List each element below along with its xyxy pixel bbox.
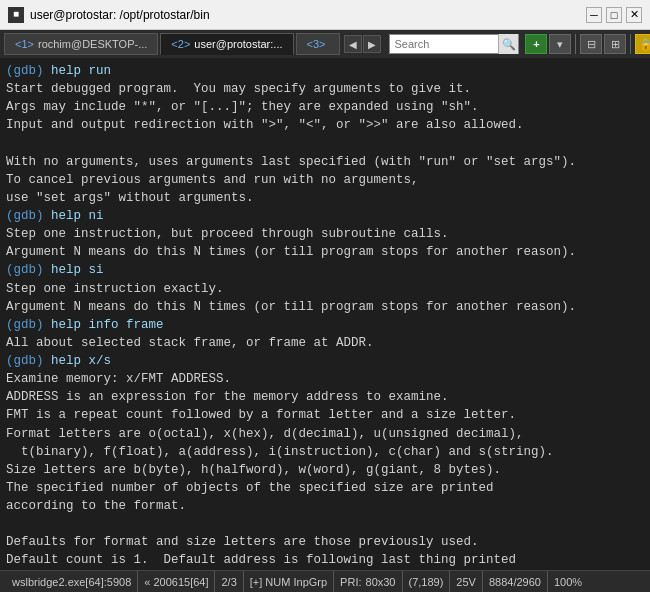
search-input[interactable] bbox=[390, 38, 498, 50]
titlebar: ■ user@protostar: /opt/protostar/bin ─ □… bbox=[0, 0, 650, 30]
status-mode: 80x30 bbox=[366, 576, 396, 588]
tabbar: <1> rochim@DESKTOP-... <2> user@protosta… bbox=[0, 30, 650, 58]
status-position: « 200615[64] bbox=[138, 571, 215, 592]
search-box: 🔍 bbox=[389, 34, 519, 54]
status-flags: [+] NUM InpGrp bbox=[244, 571, 334, 592]
tab-1-label: rochim@DESKTOP-... bbox=[38, 38, 147, 50]
tab-2-label: user@protostar:... bbox=[194, 38, 282, 50]
lock-button[interactable]: 🔒 bbox=[635, 34, 650, 54]
status-pri-label: PRI: bbox=[340, 576, 361, 588]
layout-button[interactable]: ⊟ bbox=[580, 34, 602, 54]
search-button[interactable]: 🔍 bbox=[498, 34, 518, 54]
toolbar-separator-2 bbox=[630, 34, 631, 54]
minimize-button[interactable]: ─ bbox=[586, 7, 602, 23]
tab-2[interactable]: <2> user@protostar:... bbox=[160, 33, 293, 55]
status-position-text: « 200615[64] bbox=[144, 576, 208, 588]
layout2-button[interactable]: ⊞ bbox=[604, 34, 626, 54]
toolbar-separator bbox=[575, 34, 576, 54]
tab-2-num: <2> bbox=[171, 38, 190, 50]
status-page: 2/3 bbox=[215, 571, 243, 592]
tab-navigation: ◀ ▶ bbox=[344, 35, 381, 53]
new-tab-button[interactable]: + bbox=[525, 34, 547, 54]
tab-1[interactable]: <1> rochim@DESKTOP-... bbox=[4, 33, 158, 55]
status-pri: PRI: 80x30 bbox=[334, 571, 402, 592]
tab-prev-button[interactable]: ◀ bbox=[344, 35, 362, 53]
tab-1-num: <1> bbox=[15, 38, 34, 50]
titlebar-title: user@protostar: /opt/protostar/bin bbox=[30, 8, 586, 22]
status-process: wslbridge2.exe[64]:5908 bbox=[6, 571, 138, 592]
tab-3-num: <3> bbox=[307, 38, 326, 50]
dropdown-button[interactable]: ▾ bbox=[549, 34, 571, 54]
close-button[interactable]: ✕ bbox=[626, 7, 642, 23]
maximize-button[interactable]: □ bbox=[606, 7, 622, 23]
status-zoom: 100% bbox=[548, 571, 588, 592]
terminal-output[interactable]: (gdb) help run Start debugged program. Y… bbox=[0, 58, 650, 570]
status-voltage: 25V bbox=[450, 571, 483, 592]
statusbar: wslbridge2.exe[64]:5908 « 200615[64] 2/3… bbox=[0, 570, 650, 592]
app-icon: ■ bbox=[8, 7, 24, 23]
window-controls: ─ □ ✕ bbox=[586, 7, 642, 23]
status-memory: 8884/2960 bbox=[483, 571, 548, 592]
status-coords: (7,189) bbox=[403, 571, 451, 592]
tab-3[interactable]: <3> bbox=[296, 33, 341, 55]
toolbar-right: + ▾ ⊟ ⊞ 🔒 ☰ ⊡ bbox=[525, 34, 650, 54]
tab-next-button[interactable]: ▶ bbox=[363, 35, 381, 53]
